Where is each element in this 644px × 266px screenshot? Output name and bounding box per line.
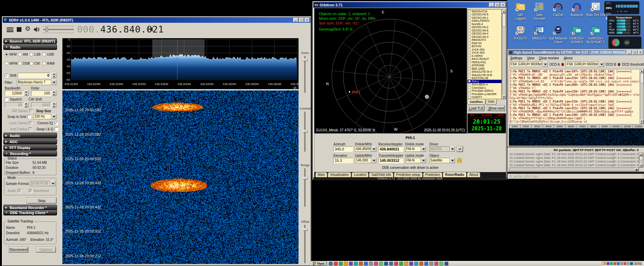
checkbox-icon[interactable] <box>468 36 471 38</box>
satellite-list-item[interactable]: ✓PHI-1 <box>468 80 501 83</box>
order-field[interactable]: 100 <box>31 90 51 96</box>
receive-doppler-field[interactable]: 436.840021 <box>378 146 403 152</box>
gear-icon[interactable]: ⚙ <box>25 25 31 32</box>
demod-mode-usb[interactable]: USB <box>42 53 56 56</box>
tray-icon[interactable] <box>613 262 616 265</box>
checkbox-icon[interactable] <box>468 10 471 12</box>
minimize-button[interactable]: _ <box>627 50 632 55</box>
sdrsharp-titlebar[interactable]: SDR# v1.0.0.1490 - RTL-SDR (R820T) _ ❐ ✕ <box>3 17 311 23</box>
tab-visualisation[interactable]: Visualisation <box>328 172 351 177</box>
satellite-list-item[interactable]: NAHID-2 <box>468 22 501 26</box>
satellite-list-item[interactable]: PHASMA-DIRAC <box>468 89 501 93</box>
tray-icon[interactable] <box>624 262 626 265</box>
section-header-agc[interactable]: ▶AGC <box>3 139 57 144</box>
radio-icon[interactable] <box>5 62 8 65</box>
desktop-icon-bias-tee[interactable]: Bias Tee ON <box>586 1 605 20</box>
fm-stereo-checkbox[interactable] <box>29 109 33 113</box>
checkbox-icon[interactable] <box>468 74 471 76</box>
taskbar-clock[interactable]: 23:01 <box>634 262 642 265</box>
satellite-list-item[interactable]: RSP-03 <box>468 42 501 45</box>
taskbar-app-icon[interactable] <box>399 262 403 266</box>
recording-section-header[interactable]: ▼ Recording * <box>3 151 57 156</box>
cw-shift-spinner[interactable] <box>52 102 56 108</box>
downlink-mode-dropdown[interactable]: FM-N <box>405 146 426 152</box>
taskbar-app-icon[interactable] <box>414 262 418 266</box>
step-back-icon[interactable] <box>148 27 153 31</box>
taskbar-app-icon[interactable] <box>424 262 428 266</box>
stop-recording-button[interactable]: Stop <box>27 198 56 203</box>
elevation-field[interactable]: 15.3 <box>333 158 353 163</box>
volume-icon[interactable] <box>34 26 40 32</box>
checkbox-icon[interactable] <box>468 20 471 22</box>
shift-spinner[interactable] <box>52 73 56 78</box>
checkbox-icon[interactable] <box>468 52 471 54</box>
tab-about[interactable]: About <box>467 172 480 177</box>
taskbar-app-icon[interactable] <box>419 262 423 266</box>
start-button[interactable]: Пуск <box>311 262 326 266</box>
tab-sat-orbit-info[interactable]: Sat/Orbit info <box>369 172 393 177</box>
desktop-icon-sat-network[interactable]: Sat Network Client <box>549 25 568 44</box>
slider-thumb[interactable] <box>303 177 308 180</box>
filter-dropdown[interactable]: Blackman-Harris 7 <box>17 80 56 85</box>
scroll-up-icon[interactable]: ▲ <box>502 10 506 13</box>
radio-section-header[interactable]: ▼ Radio <box>3 44 57 50</box>
satellite-list-item[interactable]: 6GSTARLAB <box>468 77 501 80</box>
checkbox-icon[interactable] <box>468 13 471 16</box>
checkbox-icon[interactable]: ✓ <box>468 80 471 82</box>
desktop-icon-mmsstv[interactable]: STVMMSSTV <box>530 25 549 44</box>
minimize-button[interactable]: _ <box>293 18 298 22</box>
checkbox-icon[interactable] <box>468 16 471 19</box>
satellite-list-item[interactable]: SNUGLITE-III-A <box>468 70 501 74</box>
checkbox-icon[interactable] <box>468 29 471 31</box>
taskbar-app-icon[interactable] <box>354 262 358 266</box>
azimuth-field[interactable]: 345.0 <box>333 146 353 152</box>
taskbar-app-icon[interactable] <box>369 262 373 266</box>
satellite-list-item[interactable]: SNUGLITE-III-B <box>468 73 501 77</box>
uplink-mode-dropdown[interactable]: FM-N <box>405 158 426 163</box>
taskbar-app-icon[interactable] <box>409 262 413 266</box>
slider-thumb[interactable] <box>303 228 308 231</box>
demod-mode-dsb[interactable]: DSB <box>18 62 30 65</box>
desktop-icon-getkiss-nushsat[interactable]: GetKISS+ NUSHSAT-1 <box>586 25 605 44</box>
tab-location[interactable]: Location <box>352 172 369 177</box>
section-header-fft-display[interactable]: ▶FFT Display <box>3 145 57 150</box>
taskbar-app-icon[interactable] <box>429 262 433 266</box>
satellite-list-item[interactable]: INNOSAT3 <box>468 39 501 42</box>
checkbox-icon[interactable] <box>468 23 471 25</box>
checkbox-icon[interactable] <box>468 48 471 51</box>
taskbar-app-icon[interactable] <box>374 262 378 266</box>
menu-clear-monitor[interactable]: Clear monitor <box>539 56 559 60</box>
baseband-checkbox[interactable]: ✓ <box>29 189 33 193</box>
shift-checkbox[interactable]: ✓ <box>5 74 8 77</box>
soundmodem-titlebar[interactable]: High-Speed SoundModem by UZ7HO - Ver 0.2… <box>508 50 644 55</box>
swap-iq-checkbox[interactable] <box>55 127 58 131</box>
af-gain-slider[interactable] <box>43 29 74 30</box>
tray-icon[interactable] <box>630 262 633 265</box>
taskbar-app-icon[interactable] <box>439 262 443 266</box>
demod-mode-lsb[interactable]: LSB <box>30 53 42 56</box>
squelch-field[interactable]: 55 <box>5 102 23 108</box>
desktop-icon-rxsstv[interactable]: RXSSTVRXSSTV <box>511 25 530 44</box>
uplink-freq-dropdown[interactable]: 145.000 <box>355 158 376 163</box>
satellite-list-item[interactable]: 239ALFEROV <box>468 19 501 23</box>
radio-icon[interactable] <box>18 53 22 56</box>
rx-hscrollbar[interactable]: ▶ <box>509 168 639 171</box>
slider-offset[interactable] <box>304 225 306 263</box>
satellite-list-item[interactable]: JACK-003 <box>468 51 501 55</box>
checkbox-icon[interactable] <box>468 64 471 67</box>
desktop-icon-audacity[interactable]: Audacity <box>568 1 586 20</box>
satellite-list-item[interactable]: INHA-ROSAT <box>468 58 501 61</box>
load-tle-button[interactable]: Load TLE <box>468 106 484 111</box>
close-button[interactable]: ✕ <box>305 18 310 22</box>
scroll-down-icon[interactable]: ▼ <box>502 95 506 99</box>
scroll-right-icon[interactable]: ▶ <box>635 168 639 171</box>
step-size-dropdown[interactable]: 100 Hz <box>33 114 56 119</box>
scroll-down-icon[interactable]: ▼ <box>640 120 644 123</box>
tray-icon[interactable] <box>607 262 609 265</box>
demod-mode-raw[interactable]: RAW <box>42 62 56 65</box>
maximize-button[interactable]: ❐ <box>299 18 304 22</box>
checkbox-icon[interactable] <box>468 42 471 44</box>
slider-range[interactable] <box>304 168 306 207</box>
checkbox-icon[interactable] <box>468 93 471 95</box>
checkbox-icon[interactable] <box>468 55 471 57</box>
